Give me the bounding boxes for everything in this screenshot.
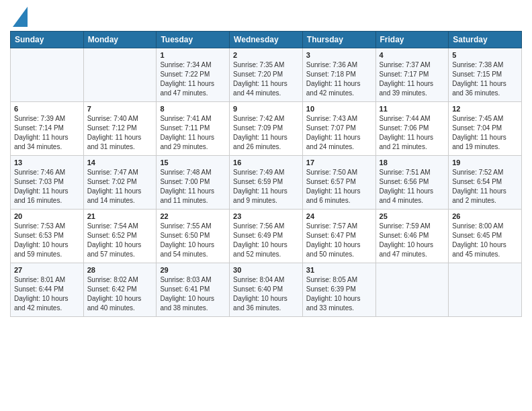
calendar-cell: 3Sunrise: 7:36 AM Sunset: 7:18 PM Daylig… (302, 48, 375, 102)
cell-content: Sunrise: 7:57 AM Sunset: 6:47 PM Dayligh… (306, 222, 372, 259)
calendar-cell: 13Sunrise: 7:46 AM Sunset: 7:03 PM Dayli… (11, 156, 84, 210)
cell-content: Sunrise: 7:59 AM Sunset: 6:46 PM Dayligh… (380, 222, 445, 259)
cell-content: Sunrise: 7:41 AM Sunset: 7:11 PM Dayligh… (160, 114, 226, 152)
calendar-cell (83, 48, 157, 102)
calendar-cell: 1Sunrise: 7:34 AM Sunset: 7:22 PM Daylig… (157, 48, 230, 102)
cell-content: Sunrise: 7:52 AM Sunset: 6:54 PM Dayligh… (452, 168, 518, 205)
svg-marker-0 (13, 7, 28, 27)
col-header-wednesday: Wednesday (230, 32, 303, 48)
calendar-cell: 25Sunrise: 7:59 AM Sunset: 6:46 PM Dayli… (375, 210, 449, 263)
calendar-cell: 29Sunrise: 8:03 AM Sunset: 6:41 PM Dayli… (157, 263, 230, 317)
cell-content: Sunrise: 7:35 AM Sunset: 7:20 PM Dayligh… (233, 60, 299, 98)
day-number: 18 (380, 158, 445, 167)
day-number: 15 (160, 158, 226, 167)
day-number: 26 (452, 212, 518, 220)
calendar-cell: 30Sunrise: 8:04 AM Sunset: 6:40 PM Dayli… (230, 263, 303, 317)
day-number: 11 (380, 105, 445, 113)
calendar-cell: 7Sunrise: 7:40 AM Sunset: 7:12 PM Daylig… (83, 102, 157, 156)
col-header-thursday: Thursday (302, 32, 375, 48)
cell-content: Sunrise: 7:50 AM Sunset: 6:57 PM Dayligh… (306, 168, 372, 205)
calendar-cell: 14Sunrise: 7:47 AM Sunset: 7:02 PM Dayli… (83, 156, 157, 210)
cell-content: Sunrise: 7:56 AM Sunset: 6:49 PM Dayligh… (233, 222, 299, 259)
cell-content: Sunrise: 8:04 AM Sunset: 6:40 PM Dayligh… (233, 275, 299, 313)
calendar-week-4: 20Sunrise: 7:53 AM Sunset: 6:53 PM Dayli… (11, 210, 522, 263)
cell-content: Sunrise: 7:37 AM Sunset: 7:17 PM Dayligh… (380, 60, 445, 98)
calendar-cell: 19Sunrise: 7:52 AM Sunset: 6:54 PM Dayli… (449, 156, 522, 210)
calendar-cell: 22Sunrise: 7:55 AM Sunset: 6:50 PM Dayli… (157, 210, 230, 263)
day-number: 17 (306, 158, 372, 167)
day-number: 27 (14, 266, 80, 274)
day-number: 7 (87, 105, 153, 113)
calendar-cell: 10Sunrise: 7:43 AM Sunset: 7:07 PM Dayli… (302, 102, 375, 156)
calendar-cell: 26Sunrise: 8:00 AM Sunset: 6:45 PM Dayli… (449, 210, 522, 263)
col-header-tuesday: Tuesday (157, 32, 230, 48)
calendar-cell: 20Sunrise: 7:53 AM Sunset: 6:53 PM Dayli… (11, 210, 84, 263)
calendar-week-5: 27Sunrise: 8:01 AM Sunset: 6:44 PM Dayli… (11, 263, 522, 317)
calendar-cell: 8Sunrise: 7:41 AM Sunset: 7:11 PM Daylig… (157, 102, 230, 156)
calendar-cell: 21Sunrise: 7:54 AM Sunset: 6:52 PM Dayli… (83, 210, 157, 263)
day-number: 5 (452, 51, 518, 59)
header (10, 7, 522, 27)
calendar-cell: 6Sunrise: 7:39 AM Sunset: 7:14 PM Daylig… (11, 102, 84, 156)
cell-content: Sunrise: 8:02 AM Sunset: 6:42 PM Dayligh… (87, 275, 153, 313)
day-number: 19 (452, 158, 518, 167)
day-number: 1 (160, 51, 226, 59)
calendar-cell: 12Sunrise: 7:45 AM Sunset: 7:04 PM Dayli… (449, 102, 522, 156)
cell-content: Sunrise: 7:53 AM Sunset: 6:53 PM Dayligh… (14, 222, 80, 259)
cell-content: Sunrise: 8:01 AM Sunset: 6:44 PM Dayligh… (14, 275, 80, 313)
cell-content: Sunrise: 7:38 AM Sunset: 7:15 PM Dayligh… (452, 60, 518, 98)
cell-content: Sunrise: 7:54 AM Sunset: 6:52 PM Dayligh… (87, 222, 153, 259)
cell-content: Sunrise: 7:40 AM Sunset: 7:12 PM Dayligh… (87, 114, 153, 152)
cell-content: Sunrise: 7:36 AM Sunset: 7:18 PM Dayligh… (306, 60, 372, 98)
day-number: 13 (14, 158, 80, 167)
calendar-table: SundayMondayTuesdayWednesdayThursdayFrid… (10, 31, 522, 317)
day-number: 2 (233, 51, 299, 59)
cell-content: Sunrise: 8:05 AM Sunset: 6:39 PM Dayligh… (306, 275, 372, 313)
day-number: 9 (233, 105, 299, 113)
day-number: 22 (160, 212, 226, 220)
day-number: 29 (160, 266, 226, 274)
cell-content: Sunrise: 7:49 AM Sunset: 6:59 PM Dayligh… (233, 168, 299, 205)
calendar-cell: 27Sunrise: 8:01 AM Sunset: 6:44 PM Dayli… (11, 263, 84, 317)
cell-content: Sunrise: 7:45 AM Sunset: 7:04 PM Dayligh… (452, 114, 518, 152)
calendar-cell: 31Sunrise: 8:05 AM Sunset: 6:39 PM Dayli… (302, 263, 375, 317)
col-header-monday: Monday (83, 32, 157, 48)
cell-content: Sunrise: 7:51 AM Sunset: 6:56 PM Dayligh… (380, 168, 445, 205)
col-header-friday: Friday (375, 32, 449, 48)
calendar-cell: 16Sunrise: 7:49 AM Sunset: 6:59 PM Dayli… (230, 156, 303, 210)
day-number: 28 (87, 266, 153, 274)
day-number: 25 (380, 212, 445, 220)
cell-content: Sunrise: 7:34 AM Sunset: 7:22 PM Dayligh… (160, 60, 226, 98)
cell-content: Sunrise: 8:00 AM Sunset: 6:45 PM Dayligh… (452, 222, 518, 259)
day-number: 3 (306, 51, 372, 59)
day-number: 20 (14, 212, 80, 220)
day-number: 16 (233, 158, 299, 167)
cell-content: Sunrise: 7:43 AM Sunset: 7:07 PM Dayligh… (306, 114, 372, 152)
calendar-cell: 18Sunrise: 7:51 AM Sunset: 6:56 PM Dayli… (375, 156, 449, 210)
col-header-sunday: Sunday (11, 32, 84, 48)
calendar-cell: 9Sunrise: 7:42 AM Sunset: 7:09 PM Daylig… (230, 102, 303, 156)
cell-content: Sunrise: 7:47 AM Sunset: 7:02 PM Dayligh… (87, 168, 153, 205)
logo-area (10, 7, 28, 27)
day-number: 24 (306, 212, 372, 220)
calendar-cell: 17Sunrise: 7:50 AM Sunset: 6:57 PM Dayli… (302, 156, 375, 210)
calendar-cell (449, 263, 522, 317)
calendar-body: 1Sunrise: 7:34 AM Sunset: 7:22 PM Daylig… (11, 48, 522, 317)
calendar-cell: 15Sunrise: 7:48 AM Sunset: 7:00 PM Dayli… (157, 156, 230, 210)
cell-content: Sunrise: 7:39 AM Sunset: 7:14 PM Dayligh… (14, 114, 80, 152)
day-number: 10 (306, 105, 372, 113)
calendar-cell: 4Sunrise: 7:37 AM Sunset: 7:17 PM Daylig… (375, 48, 449, 102)
cell-content: Sunrise: 7:46 AM Sunset: 7:03 PM Dayligh… (14, 168, 80, 205)
calendar-cell: 2Sunrise: 7:35 AM Sunset: 7:20 PM Daylig… (230, 48, 303, 102)
col-header-saturday: Saturday (449, 32, 522, 48)
cell-content: Sunrise: 7:44 AM Sunset: 7:06 PM Dayligh… (380, 114, 445, 152)
calendar-week-2: 6Sunrise: 7:39 AM Sunset: 7:14 PM Daylig… (11, 102, 522, 156)
cell-content: Sunrise: 7:48 AM Sunset: 7:00 PM Dayligh… (160, 168, 226, 205)
calendar-cell: 11Sunrise: 7:44 AM Sunset: 7:06 PM Dayli… (375, 102, 449, 156)
cell-content: Sunrise: 7:42 AM Sunset: 7:09 PM Dayligh… (233, 114, 299, 152)
calendar-cell: 24Sunrise: 7:57 AM Sunset: 6:47 PM Dayli… (302, 210, 375, 263)
day-number: 23 (233, 212, 299, 220)
calendar-cell: 28Sunrise: 8:02 AM Sunset: 6:42 PM Dayli… (83, 263, 157, 317)
day-number: 30 (233, 266, 299, 274)
calendar-week-3: 13Sunrise: 7:46 AM Sunset: 7:03 PM Dayli… (11, 156, 522, 210)
